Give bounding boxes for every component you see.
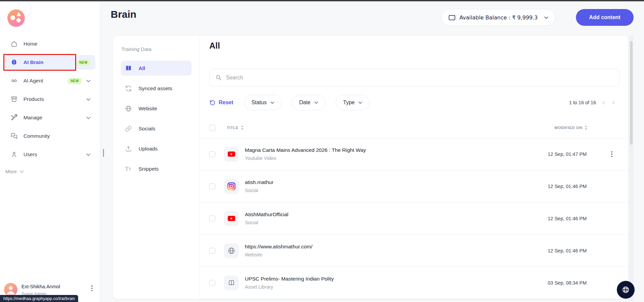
table-row[interactable]: atish.mathur Social 12 Sep, 01:46 PM <box>200 170 628 202</box>
training-item-uploads[interactable]: Uploads <box>121 141 192 156</box>
svg-text:T: T <box>125 166 129 172</box>
brain-icon <box>10 59 18 66</box>
search-box <box>209 69 620 86</box>
row-title: AtishMathurOfficial <box>245 212 288 218</box>
sidebar-more-button[interactable]: More <box>5 169 24 174</box>
sort-icon <box>584 125 588 130</box>
training-item-label: Snippets <box>139 166 159 172</box>
row-checkbox[interactable] <box>209 151 215 157</box>
filter-row: Reset Status Date Type 1 to 16 of 16 <box>209 95 620 110</box>
select-all-checkbox[interactable] <box>209 125 215 131</box>
sidebar-item-products[interactable]: Products <box>4 92 95 107</box>
pagination-range: 1 to 16 of 16 <box>569 100 596 105</box>
training-item-snippets[interactable]: TT Snippets <box>121 161 192 176</box>
training-item-website[interactable]: Website <box>121 101 192 116</box>
typography-icon: TT <box>125 165 132 173</box>
chevron-down-icon <box>314 101 318 104</box>
page-title: Brain <box>111 9 137 20</box>
training-item-label: Socials <box>139 126 155 132</box>
chevron-down-icon <box>358 101 362 104</box>
content-card: Training Data All Synced assets Website <box>112 35 629 299</box>
user-name: Ext-Shikha.Anmol <box>21 284 60 289</box>
row-checkbox[interactable] <box>209 216 215 222</box>
column-modified-on[interactable]: MODIFIED ON <box>554 125 595 130</box>
app-logo[interactable] <box>7 9 25 27</box>
svg-text:T: T <box>128 167 131 172</box>
rotate-ccw-icon <box>209 100 216 106</box>
table-header: TITLE MODIFIED ON <box>200 118 628 138</box>
sync-icon <box>125 85 132 92</box>
scrollbar-track[interactable] <box>629 35 634 302</box>
training-item-label: Website <box>139 106 157 112</box>
sidebar-item-manage[interactable]: Manage <box>4 110 95 125</box>
search-input[interactable] <box>226 75 614 81</box>
filter-label: Date <box>299 100 311 106</box>
sidebar-item-ai-agent[interactable]: AI Agent NEW <box>4 73 95 88</box>
table-row[interactable]: https://www.atishmathur.com/ Website 12 … <box>200 235 628 267</box>
user-menu-kebab-icon[interactable] <box>91 285 93 291</box>
row-checkbox[interactable] <box>209 248 215 254</box>
pagination-prev-icon[interactable] <box>601 100 606 105</box>
filter-label: Type <box>343 100 355 106</box>
type-filter-dropdown[interactable]: Type <box>336 95 370 110</box>
row-subtitle: Website <box>245 252 313 257</box>
sidebar-item-label: AI Agent <box>23 78 43 84</box>
pagination: 1 to 16 of 16 <box>569 100 620 105</box>
add-content-button[interactable]: Add content <box>576 9 634 26</box>
sidebar-item-label: Products <box>23 96 44 102</box>
chat-bubbles-icon <box>10 132 18 140</box>
scrollbar-thumb[interactable] <box>630 41 633 144</box>
floating-globe-button[interactable] <box>617 281 635 299</box>
search-icon <box>215 74 222 81</box>
chevron-down-icon <box>86 153 91 156</box>
row-checkbox[interactable] <box>209 280 215 286</box>
table-row[interactable]: AtishMathurOfficial Social 12 Sep, 01:46… <box>200 202 628 235</box>
chevron-down-icon <box>270 101 274 104</box>
sidebar-item-users[interactable]: Users <box>4 147 95 162</box>
link-preview-tooltip: https://medhaa.graphyapp.co/t/ai/brain <box>0 295 78 302</box>
sidebar-item-community[interactable]: Community <box>4 129 95 143</box>
row-menu-kebab-icon[interactable] <box>603 151 620 157</box>
training-data-title: Training Data <box>121 46 192 52</box>
sidebar: Home AI Brain NEW AI Agent NEW <box>0 1 100 302</box>
row-modified-date: 12 Sep, 01:46 PM <box>548 184 595 189</box>
sidebar-item-ai-brain[interactable]: AI Brain NEW <box>4 55 95 70</box>
sidebar-item-label: Users <box>23 152 37 158</box>
row-subtitle: Social <box>245 220 288 225</box>
status-filter-dropdown[interactable]: Status <box>244 95 282 110</box>
list-heading: All <box>209 41 220 51</box>
row-checkbox[interactable] <box>209 183 215 189</box>
products-box-icon <box>10 96 18 103</box>
reset-filters-button[interactable]: Reset <box>209 100 233 106</box>
sidebar-item-label: Community <box>23 133 50 139</box>
infinity-icon <box>10 77 18 84</box>
sidebar-item-label: Home <box>23 41 37 47</box>
column-title[interactable]: TITLE <box>227 125 539 130</box>
training-item-socials[interactable]: Socials <box>121 121 192 136</box>
open-book-icon <box>224 276 239 290</box>
avatar[interactable] <box>4 283 17 296</box>
chevron-down-icon <box>86 98 91 101</box>
sidebar-nav: Home AI Brain NEW AI Agent NEW <box>0 37 100 166</box>
sidebar-resize-handle[interactable] <box>103 149 104 157</box>
youtube-icon <box>224 211 239 226</box>
available-balance-dropdown[interactable]: Available Balance : ₹ 9,999.3 <box>441 9 555 26</box>
row-subtitle: Social <box>245 188 273 193</box>
training-item-all[interactable]: All <box>121 61 192 76</box>
training-item-synced-assets[interactable]: Synced assets <box>121 81 192 96</box>
row-modified-date: 12 Sep, 01:46 PM <box>548 248 595 253</box>
table-row[interactable]: Magna Carta Mains Advanced 2026 : The Ri… <box>200 138 628 170</box>
table-body: Magna Carta Mains Advanced 2026 : The Ri… <box>200 138 628 299</box>
sidebar-item-home[interactable]: Home <box>4 37 95 51</box>
date-filter-dropdown[interactable]: Date <box>292 95 326 110</box>
pagination-next-icon[interactable] <box>611 100 616 105</box>
table-row[interactable]: UPSC Prelims- Mastering Indian Polity As… <box>200 267 628 299</box>
logo-triangle-shape <box>16 12 21 16</box>
link-icon <box>125 125 132 132</box>
row-subtitle: Asset Library <box>245 284 334 290</box>
chevron-down-icon <box>86 116 91 119</box>
home-icon <box>10 40 18 48</box>
training-data-panel: Training Data All Synced assets Website <box>113 36 200 299</box>
row-modified-date: 12 Sep, 01:47 PM <box>548 152 595 157</box>
sidebar-item-label: Manage <box>23 115 42 121</box>
